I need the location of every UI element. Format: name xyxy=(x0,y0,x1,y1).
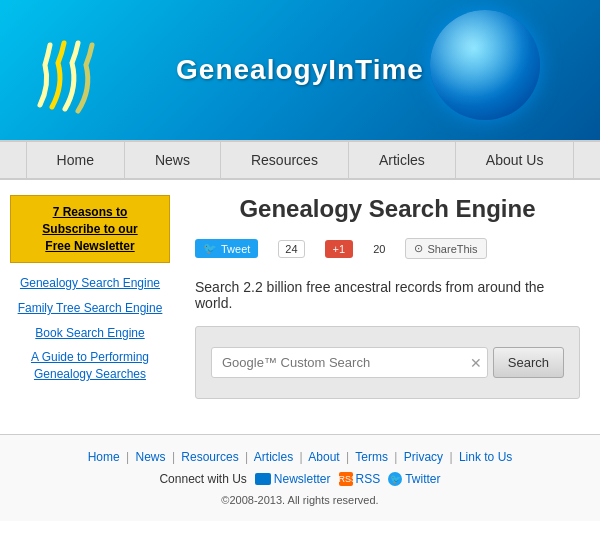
newsletter-icon xyxy=(255,473,271,485)
rss-icon: RSS xyxy=(339,472,353,486)
footer-link-linkto[interactable]: Link to Us xyxy=(459,450,512,464)
search-clear-icon[interactable]: ✕ xyxy=(470,355,482,371)
share-button[interactable]: ⊙ ShareThis xyxy=(405,238,486,259)
twitter-footer-link[interactable]: 🐦 Twitter xyxy=(388,472,440,486)
search-container: ✕ Search xyxy=(195,326,580,399)
share-icon: ⊙ xyxy=(414,242,423,255)
footer-link-articles[interactable]: Articles xyxy=(254,450,293,464)
social-bar: 🐦 Tweet 24 +1 20 ⊙ ShareThis xyxy=(195,238,580,259)
twitter-icon: 🐦 xyxy=(388,472,402,486)
search-input-wrapper: ✕ xyxy=(211,347,488,378)
header: GenealogyInTime xyxy=(0,0,600,140)
tweet-button[interactable]: 🐦 Tweet xyxy=(195,239,258,258)
gplus-button[interactable]: +1 xyxy=(325,240,354,258)
rss-footer-link[interactable]: RSS RSS xyxy=(339,472,381,486)
main-content: Genealogy Search Engine 🐦 Tweet 24 +1 20… xyxy=(185,195,590,399)
footer-connect: Connect with Us Newsletter RSS RSS 🐦 Twi… xyxy=(10,472,590,486)
main-nav: Home News Resources Articles About Us xyxy=(0,140,600,180)
globe-icon xyxy=(430,10,540,120)
nav-about[interactable]: About Us xyxy=(456,142,575,178)
sidebar-item-guide: A Guide to Performing Genealogy Searches xyxy=(10,349,170,382)
sidebar: 7 Reasons to Subscribe to our Free Newsl… xyxy=(10,195,170,399)
sidebar-item-book-search: Book Search Engine xyxy=(10,325,170,342)
main-container: 7 Reasons to Subscribe to our Free Newsl… xyxy=(0,180,600,414)
site-title: GenealogyInTime xyxy=(176,54,424,86)
footer-link-privacy[interactable]: Privacy xyxy=(404,450,443,464)
footer-link-about[interactable]: About xyxy=(308,450,339,464)
tweet-count: 24 xyxy=(278,240,304,258)
search-button[interactable]: Search xyxy=(493,347,564,378)
copyright: ©2008-2013. All rights reserved. xyxy=(10,494,590,506)
footer: Home | News | Resources | Articles | Abo… xyxy=(0,434,600,521)
nav-articles[interactable]: Articles xyxy=(349,142,456,178)
footer-link-home[interactable]: Home xyxy=(88,450,120,464)
search-description: Search 2.2 billion free ancestral record… xyxy=(195,279,580,311)
newsletter-promo-link[interactable]: 7 Reasons to Subscribe to our Free Newsl… xyxy=(42,205,137,253)
newsletter-footer-link[interactable]: Newsletter xyxy=(255,472,331,486)
sidebar-link-list: Genealogy Search Engine Family Tree Sear… xyxy=(10,275,170,382)
footer-link-news[interactable]: News xyxy=(136,450,166,464)
footer-links: Home | News | Resources | Articles | Abo… xyxy=(10,450,590,464)
nav-home[interactable]: Home xyxy=(26,142,125,178)
search-input[interactable] xyxy=(211,347,488,378)
newsletter-promo-box[interactable]: 7 Reasons to Subscribe to our Free Newsl… xyxy=(10,195,170,263)
gplus-count: 20 xyxy=(373,243,385,255)
logo-waves-icon xyxy=(30,35,110,125)
sidebar-item-family-tree-search: Family Tree Search Engine xyxy=(10,300,170,317)
page-title: Genealogy Search Engine xyxy=(195,195,580,223)
footer-link-terms[interactable]: Terms xyxy=(355,450,388,464)
footer-link-resources[interactable]: Resources xyxy=(181,450,238,464)
nav-news[interactable]: News xyxy=(125,142,221,178)
nav-resources[interactable]: Resources xyxy=(221,142,349,178)
connect-label: Connect with Us xyxy=(159,472,246,486)
twitter-bird-icon: 🐦 xyxy=(203,242,217,255)
sidebar-item-genealogy-search: Genealogy Search Engine xyxy=(10,275,170,292)
